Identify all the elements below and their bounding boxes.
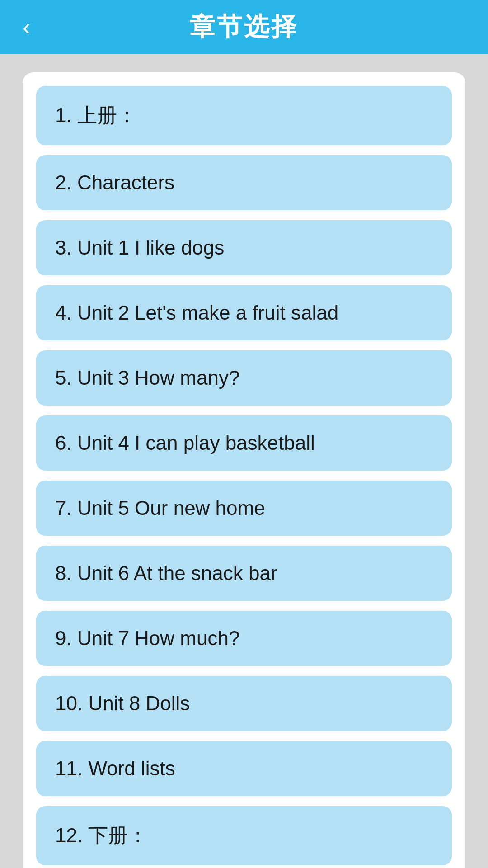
back-button[interactable]: ‹ xyxy=(23,14,30,41)
app-header: ‹ 章节选择 xyxy=(0,0,488,54)
chapter-item-2[interactable]: 2. Characters xyxy=(36,155,452,210)
chapter-item-1[interactable]: 1. 上册： xyxy=(36,86,452,145)
chapter-item-12[interactable]: 12. 下册： xyxy=(36,806,452,865)
content-area: 1. 上册：2. Characters3. Unit 1 I like dogs… xyxy=(0,54,488,868)
chapter-item-10[interactable]: 10. Unit 8 Dolls xyxy=(36,676,452,731)
chapter-item-7[interactable]: 7. Unit 5 Our new home xyxy=(36,481,452,536)
page-title: 章节选择 xyxy=(190,10,298,44)
chapter-item-8[interactable]: 8. Unit 6 At the snack bar xyxy=(36,546,452,601)
chapter-item-9[interactable]: 9. Unit 7 How much? xyxy=(36,611,452,666)
back-icon: ‹ xyxy=(23,14,30,41)
chapter-item-4[interactable]: 4. Unit 2 Let's make a fruit salad xyxy=(36,285,452,340)
chapter-item-11[interactable]: 11. Word lists xyxy=(36,741,452,796)
chapter-item-6[interactable]: 6. Unit 4 I can play basketball xyxy=(36,415,452,471)
chapter-list: 1. 上册：2. Characters3. Unit 1 I like dogs… xyxy=(23,72,465,868)
chapter-item-5[interactable]: 5. Unit 3 How many? xyxy=(36,350,452,406)
chapter-item-3[interactable]: 3. Unit 1 I like dogs xyxy=(36,220,452,275)
